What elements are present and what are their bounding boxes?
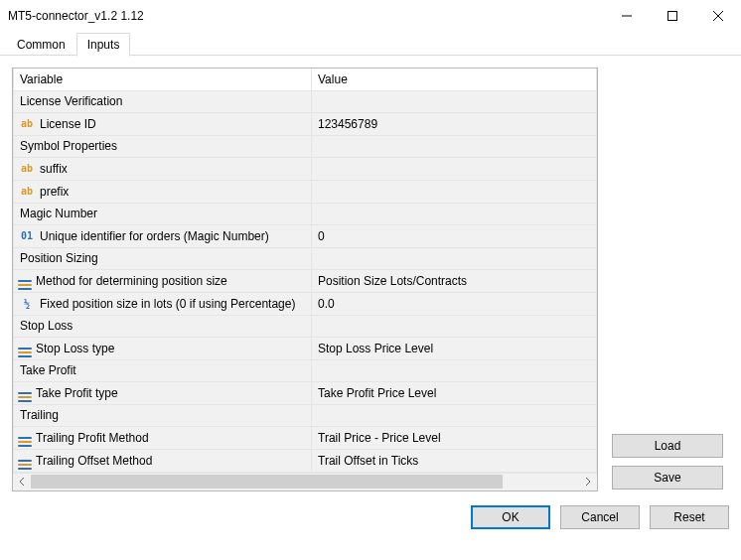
table-row[interactable]: ½Fixed position size in lots (0 if using… xyxy=(14,292,597,315)
table-row[interactable]: Take Profit typeTake Profit Price Level xyxy=(14,381,597,404)
table-row[interactable]: abLicense ID123456789 xyxy=(14,112,597,135)
chevron-left-icon xyxy=(18,478,26,486)
table-row[interactable]: Take Profit xyxy=(14,359,597,381)
tab-inputs[interactable]: Inputs xyxy=(76,33,131,57)
float-type-icon: ½ xyxy=(18,297,36,311)
param-variable-cell: absuffix xyxy=(14,157,312,180)
section-value-cell xyxy=(312,404,597,426)
param-label: Method for determining position size xyxy=(36,274,227,288)
string-type-icon: ab xyxy=(18,185,36,199)
titlebar: MT5-connector_v1.2 1.12 xyxy=(0,0,741,32)
tab-common[interactable]: Common xyxy=(6,33,76,56)
param-variable-cell: abprefix xyxy=(14,180,312,203)
param-value-cell[interactable]: Trail Offset in Ticks xyxy=(312,449,597,472)
column-header-value[interactable]: Value xyxy=(312,69,597,90)
param-label: Stop Loss type xyxy=(36,342,114,355)
param-value-cell[interactable]: 0 xyxy=(312,224,597,247)
horizontal-scrollbar[interactable] xyxy=(13,473,597,490)
load-button[interactable]: Load xyxy=(612,434,723,458)
footer: OK Cancel Reset xyxy=(0,499,741,541)
section-label: Stop Loss xyxy=(14,315,312,337)
param-variable-cell: abLicense ID xyxy=(14,112,312,135)
table-row[interactable]: Trailing Profit MethodTrail Price - Pric… xyxy=(14,426,597,449)
param-value-cell[interactable]: Stop Loss Price Level xyxy=(312,337,597,359)
cancel-button[interactable]: Cancel xyxy=(560,505,640,529)
enum-type-icon xyxy=(18,344,32,353)
table-row[interactable]: Stop Loss xyxy=(14,315,597,337)
minimize-button[interactable] xyxy=(604,0,650,32)
table-row[interactable]: License Verification xyxy=(14,90,597,112)
scroll-left-arrow[interactable] xyxy=(13,473,31,490)
tabstrip: Common Inputs xyxy=(0,32,741,56)
string-type-icon: ab xyxy=(18,162,36,176)
param-variable-cell: 01Unique identifier for orders (Magic Nu… xyxy=(14,224,312,247)
maximize-button[interactable] xyxy=(650,0,695,32)
param-variable-cell: Take Profit type xyxy=(14,381,312,404)
close-icon xyxy=(713,11,723,21)
content-area: Variable Value License VerificationabLic… xyxy=(0,56,741,499)
param-variable-cell: Trailing Offset Method xyxy=(14,449,312,472)
close-button[interactable] xyxy=(695,0,741,32)
inputs-table: Variable Value License VerificationabLic… xyxy=(13,69,597,473)
param-variable-cell: ½Fixed position size in lots (0 if using… xyxy=(14,292,312,315)
table-row[interactable]: Symbol Properties xyxy=(14,135,597,157)
table-row[interactable]: Method for determining position sizePosi… xyxy=(14,269,597,292)
ok-button[interactable]: OK xyxy=(471,505,550,529)
section-value-cell xyxy=(312,359,597,381)
scroll-track[interactable] xyxy=(31,474,579,490)
maximize-icon xyxy=(667,11,677,21)
enum-type-icon xyxy=(18,456,32,466)
save-button[interactable]: Save xyxy=(612,466,723,490)
param-label: Unique identifier for orders (Magic Numb… xyxy=(40,229,269,243)
table-row[interactable]: Stop Loss typeStop Loss Price Level xyxy=(14,337,597,359)
section-label: Take Profit xyxy=(14,359,312,381)
section-label: License Verification xyxy=(14,90,312,112)
window-title: MT5-connector_v1.2 1.12 xyxy=(8,9,604,23)
table-row[interactable]: Trailing Offset MethodTrail Offset in Ti… xyxy=(14,449,597,472)
param-label: Trailing Profit Method xyxy=(36,431,149,445)
param-label: suffix xyxy=(40,162,68,176)
section-value-cell xyxy=(312,203,597,224)
param-value-cell[interactable] xyxy=(312,157,597,180)
table-row[interactable]: Magic Number xyxy=(14,203,597,224)
param-variable-cell: Trailing Profit Method xyxy=(14,426,312,449)
param-value-cell[interactable]: 123456789 xyxy=(312,112,597,135)
enum-type-icon xyxy=(18,276,32,286)
param-variable-cell: Method for determining position size xyxy=(14,269,312,292)
enum-type-icon xyxy=(18,388,32,398)
param-value-cell[interactable]: Take Profit Price Level xyxy=(312,381,597,404)
param-label: Take Profit type xyxy=(36,386,118,400)
table-row[interactable]: Position Sizing xyxy=(14,247,597,269)
section-value-cell xyxy=(312,135,597,157)
param-value-cell[interactable]: Trail Price - Price Level xyxy=(312,426,597,449)
section-label: Symbol Properties xyxy=(14,135,312,157)
side-buttons: Load Save xyxy=(612,434,723,490)
table-row[interactable]: abprefix xyxy=(14,180,597,203)
inputs-table-wrap: Variable Value License VerificationabLic… xyxy=(12,68,598,491)
table-row[interactable]: 01Unique identifier for orders (Magic Nu… xyxy=(14,224,597,247)
section-value-cell xyxy=(312,247,597,269)
section-label: Magic Number xyxy=(14,203,312,224)
scroll-right-arrow[interactable] xyxy=(579,473,597,490)
param-value-cell[interactable] xyxy=(312,180,597,203)
table-row[interactable]: absuffix xyxy=(14,157,597,180)
section-value-cell xyxy=(312,90,597,112)
integer-type-icon: 01 xyxy=(18,229,36,243)
param-label: prefix xyxy=(40,185,69,199)
string-type-icon: ab xyxy=(18,117,36,131)
scroll-thumb[interactable] xyxy=(31,475,503,489)
column-header-variable[interactable]: Variable xyxy=(14,69,312,90)
param-label: Fixed position size in lots (0 if using … xyxy=(40,297,295,311)
param-variable-cell: Stop Loss type xyxy=(14,337,312,359)
section-label: Trailing xyxy=(14,404,312,426)
enum-type-icon xyxy=(18,433,32,443)
param-value-cell[interactable]: Position Size Lots/Contracts xyxy=(312,269,597,292)
param-value-cell[interactable]: 0.0 xyxy=(312,292,597,315)
svg-rect-1 xyxy=(668,11,677,20)
minimize-icon xyxy=(622,11,632,21)
reset-button[interactable]: Reset xyxy=(650,505,729,529)
param-label: Trailing Offset Method xyxy=(36,454,152,468)
table-row[interactable]: Trailing xyxy=(14,404,597,426)
chevron-right-icon xyxy=(584,478,592,486)
param-label: License ID xyxy=(40,117,96,131)
